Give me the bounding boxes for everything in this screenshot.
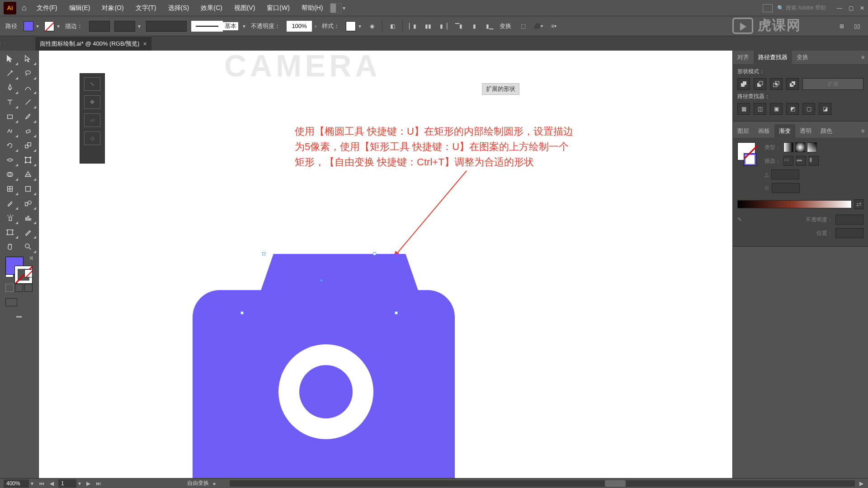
minus-back-icon[interactable]: ◪ [819,103,831,115]
menu-select[interactable]: 选择(S) [164,2,194,14]
zoom-input[interactable]: 400% [4,479,29,488]
tab-transparency[interactable]: 透明 [795,124,816,138]
workspace-icon[interactable] [763,4,773,12]
scroll-right-icon[interactable]: ▶ [859,480,864,487]
ft-perspective-icon[interactable]: ▱ [84,113,100,127]
menu-window[interactable]: 窗口(W) [262,2,294,14]
help-search[interactable]: 🔍 搜索 Adobe 帮助 [777,4,826,12]
arrange-documents-icon[interactable] [330,3,342,13]
opacity-caret-icon[interactable]: › [315,23,316,29]
shaper-tool[interactable] [1,124,19,138]
eraser-tool[interactable] [19,124,37,138]
gradient-aspect-input[interactable] [772,183,800,193]
shape-icon[interactable]: ⬛▾ [533,21,544,32]
reverse-gradient-icon[interactable]: ⇄ [854,199,863,209]
variable-width-profile[interactable] [114,21,135,32]
brush-caret-icon[interactable]: ▾ [243,23,245,29]
screen-mode-row[interactable] [1,297,37,312]
lasso-tool[interactable] [19,66,37,80]
merge-icon[interactable]: ▣ [770,103,783,115]
vwp-caret-icon[interactable]: ▾ [138,23,141,29]
scrollbar-thumb[interactable] [605,480,626,487]
align-bottom-icon[interactable]: ▮▁ [484,21,495,32]
handle-top-left[interactable] [262,252,265,255]
hand-tool[interactable] [1,239,19,254]
linear-gradient-icon[interactable] [783,142,793,152]
arrange-caret-icon[interactable]: ▾ [343,5,345,11]
eyedropper-tool[interactable] [1,196,19,211]
menu-file[interactable]: 文件(F) [32,2,62,14]
next-artboard-icon[interactable]: ▶ [85,480,91,487]
handle-bottom-left[interactable] [241,311,244,314]
canvas[interactable]: CAMERA ⤡ ✥ ▱ ◇ 扩展的形状 使用【椭圆工具 快捷键：U】在矩形的内… [39,51,732,478]
magic-wand-tool[interactable] [1,66,19,80]
align-right-icon[interactable]: ▮▕ [438,21,449,32]
swap-fill-stroke-icon[interactable]: ⤭ [29,255,33,261]
minimize-icon[interactable]: — [837,5,842,11]
stroke-weight-input[interactable] [89,21,110,32]
line-tool[interactable] [19,95,37,109]
align-vcenter-icon[interactable]: ▮ [469,21,480,32]
last-artboard-icon[interactable]: ⏭ [95,480,102,487]
opacity-input[interactable]: 100% [287,21,312,32]
radial-gradient-icon[interactable] [795,142,805,152]
panel-collapse-icon[interactable]: ▯▯ [852,21,863,32]
maximize-icon[interactable]: ▢ [849,5,854,11]
prev-artboard-icon[interactable]: ◀ [49,480,55,487]
prefs-icon[interactable]: ⊞ [836,21,847,32]
shape-builder-tool[interactable] [1,167,19,182]
gradient-angle-input[interactable] [771,169,799,179]
stroke-apply-2-icon[interactable]: ▬ [796,156,806,166]
close-icon[interactable]: ✕ [860,5,864,11]
status-caret-icon[interactable]: ▸ [212,480,217,487]
gradient-tool[interactable] [19,182,37,196]
free-transform-widget[interactable]: ⤡ ✥ ▱ ◇ [80,73,105,164]
style-label[interactable]: 样式： [322,22,340,30]
artboard-tool[interactable] [1,225,19,239]
crop-icon[interactable]: ◩ [786,103,799,115]
stop-opacity-input[interactable] [835,215,863,225]
center-point-icon[interactable]: ✦ [319,277,324,284]
perspective-tool[interactable] [19,167,37,182]
slice-tool[interactable] [19,225,37,239]
intersect-icon[interactable] [770,78,783,90]
brush-def-field[interactable] [146,21,187,32]
style-caret-icon[interactable]: ▾ [359,23,361,29]
selection-bounding-box[interactable]: ✦ [242,254,396,313]
tab-close-icon[interactable]: × [143,40,147,47]
transform-label[interactable]: 变换 [500,22,511,30]
ft-distort-icon[interactable]: ◇ [84,131,100,145]
stroke-apply-3-icon[interactable]: ▮ [809,156,819,166]
tab-color[interactable]: 颜色 [816,124,837,138]
free-transform-tool[interactable] [19,153,37,167]
align-left-icon[interactable]: ▏▮ [407,21,418,32]
outline-icon[interactable]: ▢ [802,103,815,115]
fill-swatch[interactable] [24,21,33,31]
handle-bottom-right[interactable] [395,311,398,314]
blend-tool[interactable] [19,196,37,211]
tab-artboards[interactable]: 画板 [754,124,774,138]
menu-help[interactable]: 帮助(H) [297,2,327,14]
first-artboard-icon[interactable]: ⏮ [38,480,45,487]
brush-preview[interactable] [191,21,223,32]
align-hcenter-icon[interactable]: ▮▮ [423,21,434,32]
rotate-tool[interactable] [1,138,19,153]
unite-icon[interactable] [737,78,750,90]
tab-align[interactable]: 对齐 [733,51,754,64]
align-top-icon[interactable]: ▔▮ [453,21,464,32]
stroke-apply-1-icon[interactable]: ▭ [783,156,793,166]
menu-view[interactable]: 视图(V) [230,2,260,14]
opacity-label[interactable]: 不透明度： [251,22,280,30]
camera-lens-inner[interactable] [299,365,353,418]
trim-icon[interactable]: ◫ [754,103,766,115]
zoom-caret-icon[interactable]: ▾ [31,480,33,487]
style-swatch[interactable] [346,21,356,31]
edit-toolbar-icon[interactable]: ••• [1,312,37,326]
eyedropper-small-icon[interactable]: ✎ [737,216,742,223]
align-to-icon[interactable]: ◧ [387,21,398,32]
horizontal-scrollbar[interactable] [230,480,855,487]
width-tool[interactable] [1,153,19,167]
scale-tool[interactable] [19,138,37,153]
gradient-slider[interactable] [737,200,852,208]
tab-pathfinder[interactable]: 路径查找器 [754,51,792,64]
